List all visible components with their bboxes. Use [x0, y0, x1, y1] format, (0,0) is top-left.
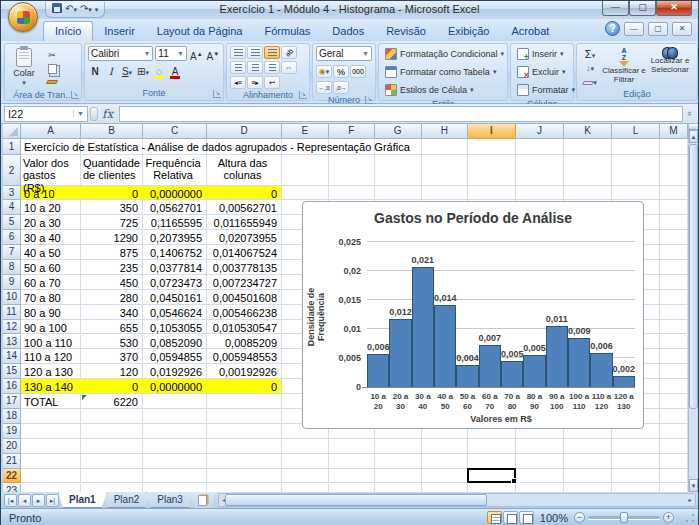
increase-indent-button[interactable]: ≡▸	[247, 76, 263, 89]
cell-F21[interactable]	[329, 454, 376, 469]
wrap-text-button[interactable]: ↩	[264, 76, 280, 89]
cell-K21[interactable]	[564, 454, 612, 469]
cell-M15[interactable]	[660, 364, 688, 379]
column-header-M[interactable]: M	[660, 124, 688, 139]
sort-filter-button[interactable]: AZ Classificar e Filtrar	[602, 46, 646, 88]
cell-F22[interactable]	[329, 469, 376, 484]
cell-B21[interactable]	[81, 454, 143, 469]
cell-M12[interactable]	[660, 320, 688, 335]
cell-F2[interactable]	[329, 155, 376, 186]
cell-K23[interactable]	[564, 484, 612, 493]
select-all-button[interactable]	[3, 124, 21, 139]
cell-D21[interactable]	[207, 454, 282, 469]
grow-font-button[interactable]: A▲	[189, 47, 203, 61]
cell-B18[interactable]	[81, 409, 143, 424]
cell-C22[interactable]	[143, 469, 207, 484]
cell-L1[interactable]	[612, 139, 660, 155]
cell-J1[interactable]	[516, 139, 564, 155]
cell-L23[interactable]	[612, 484, 660, 493]
column-header-D[interactable]: D	[207, 124, 282, 139]
cell-B22[interactable]	[81, 469, 143, 484]
sheet-tab-plan1[interactable]: Plan1	[58, 492, 107, 508]
inserir-cells-button[interactable]: Inserir▾	[514, 46, 570, 62]
accounting-format-button[interactable]: ◉▾	[316, 65, 332, 78]
cell-F20[interactable]	[329, 439, 376, 454]
cell-M22[interactable]	[660, 469, 688, 484]
zoom-in-button[interactable]: +	[663, 512, 674, 523]
prev-sheet-button[interactable]: ◂	[18, 494, 31, 507]
close-button[interactable]: ✕	[656, 1, 692, 16]
cell-H21[interactable]	[422, 454, 469, 469]
first-sheet-button[interactable]: |◂	[4, 494, 17, 507]
row-header-15[interactable]: 15	[3, 364, 21, 379]
chart-bar-80-a-90[interactable]	[523, 355, 545, 387]
row-header-17[interactable]: 17	[3, 394, 21, 409]
cell-D18[interactable]	[207, 409, 282, 424]
merge-center-button[interactable]: ⇔	[281, 61, 297, 74]
font-color-button[interactable]: A	[168, 64, 182, 78]
increase-decimal-button[interactable]: ←,0	[316, 81, 332, 94]
ribbon-tab-acrobat[interactable]: Acrobat	[500, 22, 560, 41]
row-header-3[interactable]: 3	[3, 186, 21, 201]
chart-bar-30-a-40[interactable]	[412, 267, 434, 387]
cell-E21[interactable]	[282, 454, 329, 469]
cell-K2[interactable]	[564, 155, 612, 186]
cell-D22[interactable]	[207, 469, 282, 484]
cell-M11[interactable]	[660, 305, 688, 320]
cell-C21[interactable]	[143, 454, 207, 469]
cell-M13[interactable]	[660, 335, 688, 350]
row-header-13[interactable]: 13	[3, 335, 21, 350]
cell-M23[interactable]	[660, 484, 688, 493]
row-header-20[interactable]: 20	[3, 439, 21, 454]
formula-input[interactable]	[119, 106, 683, 122]
row-header-23[interactable]: 23	[3, 484, 21, 493]
normal-view-button[interactable]	[487, 511, 502, 524]
row-header-16[interactable]: 16	[3, 379, 21, 394]
column-header-A[interactable]: A	[21, 124, 81, 139]
row-header-2[interactable]: 2	[3, 155, 21, 186]
cell-L22[interactable]	[612, 469, 660, 484]
page-layout-view-button[interactable]	[503, 511, 518, 524]
formatacao-condicional-button[interactable]: Formatação Condicional▾	[382, 46, 504, 62]
cell-J2[interactable]	[516, 155, 564, 186]
cell-M6[interactable]	[660, 230, 688, 245]
formatar-como-tabela-button[interactable]: Formatar como Tabela▾	[382, 64, 504, 80]
column-header-I[interactable]: I	[468, 124, 516, 139]
shrink-font-button[interactable]: A▼	[206, 47, 220, 61]
ribbon-tab-layout-da-pagina[interactable]: Layout da Página	[146, 22, 254, 41]
cell-H2[interactable]	[422, 155, 469, 186]
number-format-combo[interactable]: Geral▼	[316, 46, 372, 61]
chart-bar-120-a-130[interactable]	[613, 376, 635, 387]
ribbon-tab-inicio[interactable]: Início	[43, 21, 93, 41]
row-header-10[interactable]: 10	[3, 290, 21, 305]
scroll-up-button[interactable]: ▲	[689, 130, 698, 143]
fill-button[interactable]: ↓▾	[580, 61, 600, 74]
cell-A18[interactable]	[21, 409, 81, 424]
row-header-5[interactable]: 5	[3, 215, 21, 230]
cell-M1[interactable]	[660, 139, 688, 155]
cell-F23[interactable]	[329, 484, 376, 493]
cell-J22[interactable]	[516, 469, 564, 484]
row-header-12[interactable]: 12	[3, 320, 21, 335]
cell-K22[interactable]	[564, 469, 612, 484]
chart-bar-20-a-30[interactable]	[389, 319, 411, 387]
cell-M19[interactable]	[660, 424, 688, 439]
percent-style-button[interactable]: %	[333, 65, 349, 78]
paste-button[interactable]: Colar ▾	[8, 46, 40, 89]
cell-L2[interactable]	[612, 155, 660, 186]
cell-I1[interactable]	[468, 139, 516, 155]
cell-M4[interactable]	[660, 200, 688, 215]
cell-I2[interactable]	[468, 155, 516, 186]
cell-M9[interactable]	[660, 275, 688, 290]
cell-H3[interactable]	[422, 186, 469, 201]
horizontal-scroll-thumb[interactable]	[225, 494, 487, 506]
column-header-L[interactable]: L	[612, 124, 660, 139]
selected-cell[interactable]	[467, 468, 516, 484]
cell-G22[interactable]	[375, 469, 422, 484]
row-header-19[interactable]: 19	[3, 424, 21, 439]
cell-J3[interactable]	[516, 186, 564, 201]
cell-H23[interactable]	[422, 484, 469, 493]
ribbon-tab-inserir[interactable]: Inserir	[93, 22, 146, 41]
name-box[interactable]: I22▼	[4, 106, 88, 122]
workbook-minimize-button[interactable]: —	[624, 22, 644, 36]
